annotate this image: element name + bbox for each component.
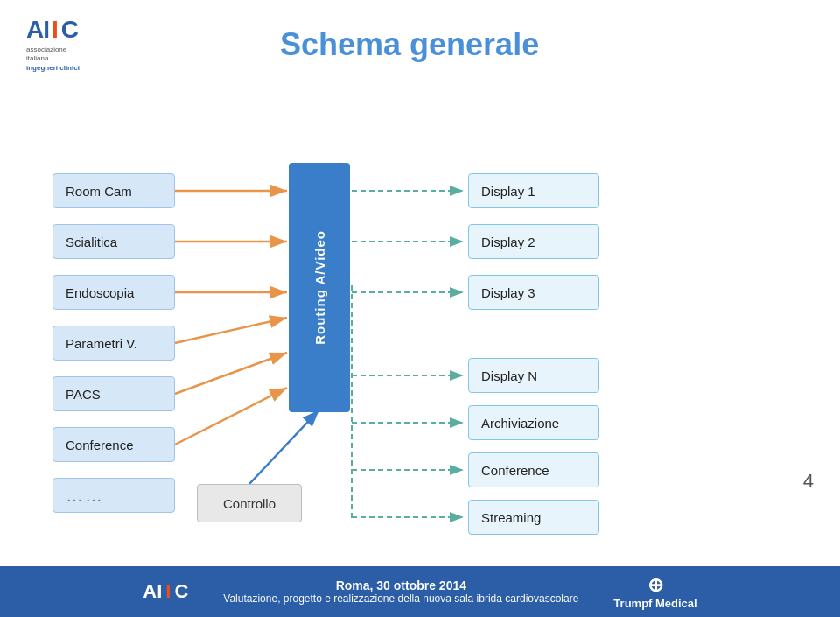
input-conference: Conference	[52, 427, 175, 462]
controllo-box: Controllo	[197, 484, 302, 522]
input-scialitica: Scialitica	[52, 224, 175, 259]
svg-line-18	[249, 410, 319, 484]
page-title: Schema generale	[280, 26, 539, 63]
routing-label: Routing A/Video	[312, 230, 327, 345]
logo-ai: AI	[26, 16, 49, 44]
footer-logo: AI I C	[143, 580, 188, 603]
svg-line-8	[175, 388, 287, 445]
footer: AI I C Roma, 30 ottobre 2014 Valutazione…	[0, 566, 840, 617]
logo: AI I C associazione italiana ingegneri c…	[26, 16, 140, 73]
header: AI I C associazione italiana ingegneri c…	[0, 0, 840, 73]
input-endoscopia: Endoscopia	[52, 275, 175, 310]
output-streaming: Streaming	[468, 500, 599, 535]
footer-logo-ic: C	[174, 580, 188, 603]
input-pacs: PACS	[52, 376, 175, 411]
routing-box: Routing A/Video	[289, 163, 350, 412]
footer-logo-cross: I	[165, 580, 171, 603]
logo-cross: I	[52, 16, 59, 44]
output-conference: Conference	[468, 452, 599, 487]
svg-line-6	[175, 318, 287, 343]
output-displayN: Display N	[468, 358, 599, 393]
arrows-svg	[0, 81, 840, 545]
page-number: 4	[803, 470, 814, 493]
output-archiviazione: Archiviazione	[468, 405, 599, 440]
footer-logo-ai: AI	[143, 580, 162, 603]
footer-brand: ⊕ Trumpf Medical	[613, 574, 696, 610]
logo-ic: C	[61, 16, 79, 44]
footer-line2: Valutazione, progetto e realizzazione de…	[223, 592, 578, 605]
logo-subtitle: associazione italiana ingegneri clinici	[26, 46, 80, 73]
input-parametri: Parametri V.	[52, 326, 175, 361]
svg-line-7	[175, 353, 287, 394]
trumpf-icon: ⊕	[648, 574, 663, 597]
input-room-cam: Room Cam	[52, 173, 175, 208]
diagram: Room Cam Scialitica Endoscopia Parametri…	[0, 81, 840, 545]
output-display2: Display 2	[468, 224, 599, 259]
output-display1: Display 1	[468, 173, 599, 208]
footer-line1: Roma, 30 ottobre 2014	[223, 578, 578, 592]
trumpf-label: Trumpf Medical	[613, 597, 696, 610]
input-dots: ……	[52, 478, 175, 513]
output-display3: Display 3	[468, 275, 599, 310]
footer-text: Roma, 30 ottobre 2014 Valutazione, proge…	[223, 578, 578, 605]
